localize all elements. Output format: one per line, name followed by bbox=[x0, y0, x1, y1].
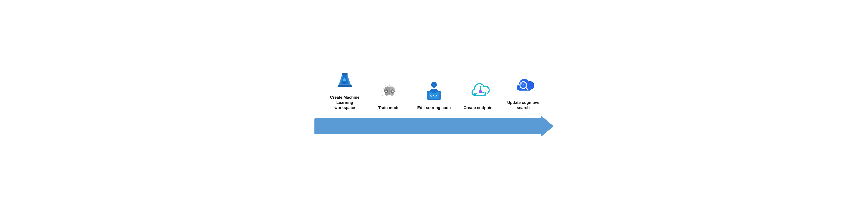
code-person-icon: </> bbox=[423, 80, 445, 102]
arrow-head bbox=[540, 115, 554, 137]
step-label-create-ml-workspace: Create Machine Learning workspace bbox=[327, 95, 363, 110]
search-cloud-icon bbox=[512, 75, 534, 97]
svg-rect-27 bbox=[391, 91, 392, 92]
step-train-model: Train model bbox=[371, 80, 407, 110]
svg-point-37 bbox=[479, 86, 482, 88]
step-label-create-endpoint: Create endpoint bbox=[464, 105, 494, 110]
endpoint-cloud-icon bbox=[468, 80, 490, 102]
svg-rect-26 bbox=[392, 93, 393, 94]
step-edit-scoring: </> Edit scoring code bbox=[416, 80, 452, 110]
svg-rect-28 bbox=[394, 91, 395, 92]
svg-line-10 bbox=[382, 88, 384, 89]
svg-point-24 bbox=[392, 90, 394, 92]
svg-line-8 bbox=[385, 85, 386, 87]
svg-rect-25 bbox=[392, 89, 393, 90]
brain-icon bbox=[378, 80, 400, 102]
svg-point-35 bbox=[474, 93, 476, 95]
step-create-ml-workspace: Create Machine Learning workspace bbox=[327, 70, 363, 110]
steps-row: Create Machine Learning workspace bbox=[314, 70, 554, 114]
svg-rect-21 bbox=[384, 91, 385, 92]
svg-point-34 bbox=[479, 90, 482, 93]
svg-line-9 bbox=[393, 85, 394, 87]
step-label-edit-scoring: Edit scoring code bbox=[417, 105, 451, 110]
svg-rect-20 bbox=[386, 93, 386, 94]
svg-point-39 bbox=[485, 92, 487, 94]
svg-point-33 bbox=[430, 89, 438, 93]
svg-rect-19 bbox=[386, 89, 386, 90]
svg-rect-22 bbox=[388, 91, 389, 92]
diagram-container: Create Machine Learning workspace bbox=[314, 70, 554, 134]
step-label-train-model: Train model bbox=[378, 105, 401, 110]
azure-ml-icon bbox=[334, 70, 356, 92]
svg-point-29 bbox=[431, 82, 437, 88]
svg-line-15 bbox=[395, 95, 396, 96]
svg-line-14 bbox=[382, 95, 384, 96]
svg-line-36 bbox=[476, 93, 479, 94]
svg-rect-4 bbox=[338, 86, 352, 87]
svg-rect-1 bbox=[342, 73, 347, 75]
step-cognitive-search: Update cognitive search bbox=[505, 75, 541, 110]
arrow-body bbox=[314, 118, 541, 134]
svg-line-11 bbox=[395, 88, 396, 89]
step-create-endpoint: Create endpoint bbox=[461, 80, 497, 110]
svg-text:</>: </> bbox=[430, 93, 437, 98]
svg-point-18 bbox=[385, 90, 387, 92]
process-arrow bbox=[314, 118, 554, 134]
svg-line-40 bbox=[482, 92, 485, 93]
step-label-cognitive-search: Update cognitive search bbox=[505, 100, 541, 110]
